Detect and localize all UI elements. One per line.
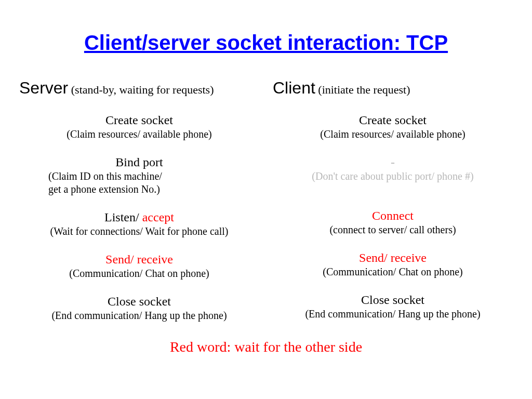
server-step-bind-main: Bind port — [17, 154, 261, 170]
client-heading-sub: (initiate the request) — [315, 83, 410, 96]
client-step-noport-main: - — [271, 154, 515, 170]
server-heading-sub: (stand-by, waiting for requests) — [68, 83, 214, 96]
server-step-close-sub: (End communication/ Hang up the phone) — [17, 309, 261, 322]
client-heading: Client (initiate the request) — [271, 78, 515, 98]
client-step-sendrecv-sub: (Communication/ Chat on phone) — [271, 265, 515, 278]
server-step-bind-sub2: get a phone extension No.) — [17, 183, 261, 196]
client-step-sendrecv: Send/ receive (Communication/ Chat on ph… — [271, 250, 515, 278]
server-step-listen-pre: Listen/ — [104, 210, 142, 224]
client-step-sendrecv-main: Send/ receive — [271, 250, 515, 265]
client-column: Client (initiate the request) Create soc… — [271, 78, 515, 336]
client-step-create: Create socket (Claim resources/ availabl… — [271, 112, 515, 141]
server-step-listen-main: Listen/ accept — [17, 209, 261, 225]
client-step-close-sub: (End communication/ Hang up the phone) — [271, 308, 515, 321]
columns: Server (stand-by, waiting for requests) … — [12, 78, 520, 336]
client-step-create-sub: (Claim resources/ available phone) — [271, 128, 515, 141]
server-step-create-main: Create socket — [17, 112, 261, 128]
legend-red-word: Red word: wait for the other side — [12, 339, 520, 355]
client-heading-main: Client — [273, 78, 315, 97]
server-step-sendrecv-sub: (Communication/ Chat on phone) — [17, 267, 261, 280]
server-step-listen-sub: (Wait for connections/ Wait for phone ca… — [17, 225, 261, 238]
server-step-listen-red: accept — [142, 210, 174, 224]
server-step-bind: Bind port (Claim ID on this machine/ get… — [17, 154, 261, 196]
client-step-connect: Connect (connect to server/ call others) — [271, 208, 515, 236]
client-step-noport: - (Don't care about public port/ phone #… — [271, 154, 515, 183]
client-step-create-main: Create socket — [271, 112, 515, 128]
server-heading: Server (stand-by, waiting for requests) — [17, 78, 261, 98]
server-heading-main: Server — [19, 78, 68, 97]
server-step-close: Close socket (End communication/ Hang up… — [17, 294, 261, 322]
server-column: Server (stand-by, waiting for requests) … — [17, 78, 261, 336]
slide-title: Client/server socket interaction: TCP — [12, 31, 520, 55]
client-step-connect-sub: (connect to server/ call others) — [271, 223, 515, 236]
server-step-sendrecv: Send/ receive (Communication/ Chat on ph… — [17, 251, 261, 280]
client-step-noport-sub: (Don't care about public port/ phone #) — [271, 170, 515, 183]
server-step-close-main: Close socket — [17, 294, 261, 309]
server-step-create: Create socket (Claim resources/ availabl… — [17, 112, 261, 141]
server-step-sendrecv-main: Send/ receive — [17, 251, 261, 267]
client-step-connect-main: Connect — [271, 208, 515, 223]
server-step-listen: Listen/ accept (Wait for connections/ Wa… — [17, 209, 261, 238]
client-step-close-main: Close socket — [271, 292, 515, 308]
server-step-create-sub: (Claim resources/ available phone) — [17, 128, 261, 141]
client-step-close: Close socket (End communication/ Hang up… — [271, 292, 515, 321]
server-step-bind-sub1: (Claim ID on this machine/ — [17, 170, 261, 183]
